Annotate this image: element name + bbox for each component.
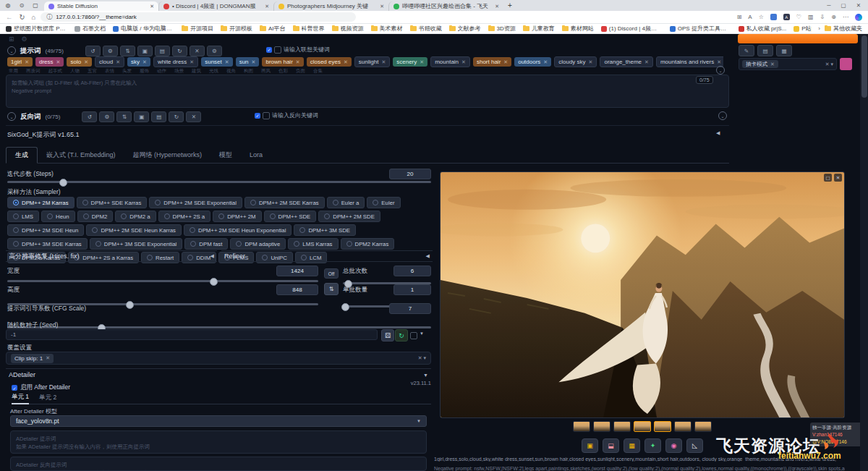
menu-grid-icon[interactable]: ⊞ bbox=[9, 35, 14, 43]
browser-tab-3[interactable]: 哔哩哔哩社区兴趣绘画合集 - 飞天✕ bbox=[388, 1, 503, 11]
gallery-icon[interactable]: ▤ bbox=[155, 46, 170, 56]
bookmark-item-13[interactable]: 素材网站 bbox=[562, 25, 594, 33]
refresh-icon[interactable]: ↻ bbox=[20, 13, 25, 21]
neg-assist-checkbox[interactable]: ✓ bbox=[255, 113, 260, 119]
bookmarks-overflow-icon[interactable]: › bbox=[818, 25, 820, 32]
bookmark-item-4[interactable]: 开源模板 bbox=[221, 25, 252, 33]
prompt-tag-13[interactable]: short hair✕ bbox=[473, 57, 511, 67]
batch-count-value[interactable]: 6 bbox=[393, 266, 431, 276]
sampler-option-10[interactable]: DPM++ 2S a bbox=[158, 211, 211, 222]
main-tab-0[interactable]: 生成 bbox=[6, 147, 38, 164]
minimize-icon[interactable]: ─ bbox=[827, 2, 830, 9]
sampler-option-11[interactable]: DPM++ 2M bbox=[213, 211, 261, 222]
save-zip-icon[interactable]: ▦ bbox=[624, 438, 640, 453]
adetailer-unit-tab-1[interactable]: 单元 2 bbox=[39, 394, 56, 404]
thumbnail-3[interactable] bbox=[634, 421, 651, 432]
close-icon[interactable]: ✕ bbox=[834, 174, 842, 182]
category-link-7[interactable]: 服饰 bbox=[140, 68, 149, 75]
favorite-star-icon[interactable]: ☆ bbox=[759, 14, 764, 20]
split-screen-icon[interactable]: ⊞ bbox=[737, 14, 742, 20]
bookmark-item-15[interactable]: OPS 提升类工具合集 |... bbox=[670, 25, 731, 33]
main-tab-1[interactable]: 嵌入式 (T.I. Embedding) bbox=[38, 148, 124, 163]
adetailer-collapse-icon[interactable]: ▼ bbox=[423, 373, 428, 378]
copilot-icon[interactable] bbox=[855, 14, 862, 21]
maximize-icon[interactable]: ▢ bbox=[841, 2, 846, 9]
remove-tag-icon[interactable]: ✕ bbox=[344, 59, 348, 65]
remove-tag-icon[interactable]: ✕ bbox=[116, 59, 120, 65]
open-folder-icon[interactable]: ▣ bbox=[582, 438, 598, 453]
sampler-option-8[interactable]: DPM2 bbox=[77, 211, 114, 222]
remove-tag-icon[interactable]: ✕ bbox=[190, 59, 194, 65]
remove-tag-icon[interactable]: ✕ bbox=[25, 59, 29, 65]
main-tab-3[interactable]: 模型 bbox=[210, 148, 241, 163]
prompt-tag-5[interactable]: white dress✕ bbox=[153, 56, 198, 67]
new-tab-button[interactable]: + bbox=[508, 1, 512, 9]
home-icon[interactable]: ⌂ bbox=[31, 13, 35, 21]
sampler-option-14[interactable]: DPM++ 2M SDE Heun bbox=[7, 224, 84, 236]
adetailer-prompt-textarea[interactable]: ADetailer 提示词 如果 ADetailer 提示词没有输入内容，则使用… bbox=[10, 430, 427, 454]
essentials-icon[interactable]: ⊕ bbox=[831, 14, 836, 20]
category-link-12[interactable]: 视角 bbox=[226, 68, 236, 75]
save-icon[interactable]: ▣ bbox=[134, 111, 149, 122]
page-scrollbar-thumb[interactable] bbox=[861, 35, 867, 98]
refresh-icon[interactable]: ↻ bbox=[172, 46, 187, 56]
sampler-option-6[interactable]: LMS bbox=[7, 211, 39, 222]
sampler-option-16[interactable]: DPM++ 2M SDE Heun Exponential bbox=[184, 224, 292, 236]
category-link-14[interactable]: 画风 bbox=[261, 68, 271, 75]
sampler-option-20[interactable]: DPM fast bbox=[184, 238, 228, 250]
vertical-tabs-icon[interactable]: ▢ bbox=[30, 1, 41, 10]
category-link-17[interactable]: 合集 bbox=[313, 68, 323, 75]
save-icon[interactable]: ▣ bbox=[137, 46, 153, 56]
bookmark-item-12[interactable]: 儿童教育 bbox=[523, 25, 555, 33]
seed-input[interactable]: -1 bbox=[6, 329, 378, 340]
gear-icon[interactable]: ⚙ bbox=[103, 46, 118, 56]
site-info-icon[interactable]: ⓘ bbox=[46, 13, 52, 21]
style-chip[interactable]: 抽卡模式✕ bbox=[742, 60, 778, 68]
enable-adetailer-checkbox[interactable]: ✓ bbox=[12, 385, 17, 391]
category-link-9[interactable]: 场景 bbox=[174, 68, 184, 75]
category-link-13[interactable]: 构图 bbox=[244, 68, 253, 75]
cfg-value[interactable]: 7 bbox=[389, 303, 431, 314]
sampler-option-18[interactable]: DPM++ 3M SDE Karras bbox=[7, 238, 88, 250]
close-window-icon[interactable]: ✕ bbox=[856, 2, 861, 9]
category-link-6[interactable]: 头发 bbox=[122, 68, 132, 75]
thumbnail-5[interactable] bbox=[674, 421, 692, 432]
gallery-icon[interactable]: ▤ bbox=[151, 111, 166, 122]
bookmark-item-8[interactable]: 美术素材 bbox=[371, 25, 403, 33]
category-link-15[interactable]: 色彩 bbox=[278, 68, 288, 75]
extra-seed-checkbox[interactable] bbox=[410, 332, 417, 339]
random-seed-button[interactable]: ⚄ bbox=[381, 329, 394, 341]
steps-slider[interactable] bbox=[7, 181, 431, 183]
override-clear-dropdown[interactable]: ✕ ▾ bbox=[418, 355, 426, 361]
category-link-8[interactable]: 动作 bbox=[157, 68, 166, 75]
profile-icon[interactable]: ◍ bbox=[3, 1, 13, 10]
prompt-tag-8[interactable]: brown hair✕ bbox=[262, 57, 303, 67]
adetailer-unit-tab-0[interactable]: 单元 1 bbox=[12, 393, 29, 404]
hires-accordion[interactable]: 高分辨率修复 (Hires. fix)◀ bbox=[6, 250, 217, 262]
generated-image[interactable]: ▢✕ bbox=[440, 171, 845, 418]
back-icon[interactable]: ← bbox=[6, 13, 13, 21]
remove-tag-icon[interactable]: ✕ bbox=[420, 59, 424, 65]
sampler-option-5[interactable]: Euler bbox=[367, 197, 400, 208]
fullscreen-icon[interactable]: ▢ bbox=[824, 174, 832, 182]
assist-checkbox-2[interactable] bbox=[274, 46, 281, 54]
thumbnail-6[interactable] bbox=[694, 421, 712, 432]
prompt-tag-7[interactable]: sun✕ bbox=[236, 57, 260, 67]
collapse-negative-icon[interactable]: ⌄ bbox=[7, 112, 16, 121]
sampler-option-23[interactable]: DPM2 Karras bbox=[341, 238, 395, 250]
sampler-option-17[interactable]: DPM++ 3M SDE bbox=[294, 224, 356, 236]
other-favorites[interactable]: 其他收藏夹 bbox=[825, 25, 862, 33]
apply-style-button[interactable] bbox=[840, 58, 852, 70]
settings-icon[interactable]: ⚙ bbox=[207, 46, 222, 56]
bookmark-item-1[interactable]: 石墨文档 bbox=[75, 25, 106, 33]
notepad-icon[interactable]: ▤ bbox=[757, 45, 773, 56]
prompt-textarea[interactable]: 如需输入词组 (如 D-Filter 或 Ab-Filter) 只需在此输入 N… bbox=[6, 75, 729, 108]
delete-icon[interactable]: ✕ bbox=[190, 46, 205, 56]
bookmark-item-11[interactable]: 3D资源 bbox=[488, 25, 516, 33]
grid-icon[interactable]: ▦ bbox=[776, 45, 792, 56]
sampler-option-9[interactable]: DPM2 a bbox=[115, 211, 156, 222]
sampler-option-7[interactable]: Heun bbox=[41, 211, 75, 222]
delete-icon[interactable]: ✕ bbox=[186, 111, 201, 122]
prompt-tag-6[interactable]: sunset✕ bbox=[201, 57, 232, 67]
extension-blue-icon[interactable] bbox=[770, 14, 777, 20]
